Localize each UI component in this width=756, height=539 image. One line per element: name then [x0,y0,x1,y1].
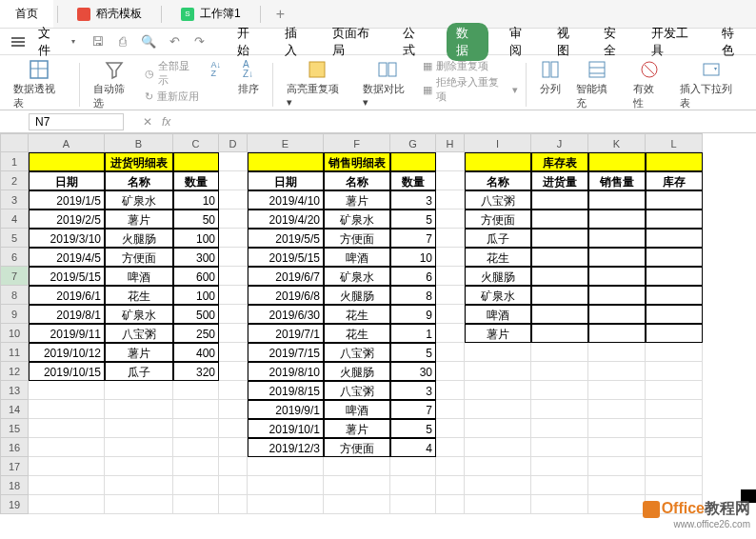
cell[interactable]: 2019/10/12 [29,343,105,362]
cell[interactable] [219,343,248,362]
cell[interactable] [219,400,248,419]
row-header[interactable]: 7 [0,267,29,286]
cell[interactable] [436,438,465,457]
cell[interactable]: 名称 [324,171,390,190]
cell[interactable]: 2019/4/10 [248,190,324,210]
cell[interactable] [436,343,465,362]
tab-view[interactable]: 视图 [553,23,584,61]
cell[interactable] [588,152,646,171]
row-header[interactable]: 14 [0,400,29,419]
redo-icon[interactable]: ↷ [189,34,211,49]
cell[interactable] [248,495,324,514]
cell[interactable] [646,229,703,248]
cell[interactable] [531,381,588,400]
cell[interactable]: 6 [390,267,436,286]
cell[interactable] [531,305,588,324]
split-button[interactable]: 分列 [534,59,567,96]
cell[interactable] [219,267,248,286]
cell[interactable] [531,210,588,229]
cell[interactable]: 矿泉水 [324,210,390,229]
cell[interactable] [29,495,105,514]
cell[interactable] [646,476,703,495]
tab-layout[interactable]: 页面布局 [328,23,382,61]
cell[interactable] [531,267,588,286]
cell[interactable]: 5 [390,343,436,362]
cell[interactable] [436,495,465,514]
tab-start[interactable]: 开始 [233,23,264,61]
highlight-dup-button[interactable]: 高亮重复项 ▾ [281,59,353,109]
cell[interactable] [646,190,703,210]
cell[interactable] [646,286,703,305]
cell[interactable]: 3 [390,190,436,210]
cell[interactable] [324,495,390,514]
cell[interactable] [531,476,588,495]
cell[interactable] [324,476,390,495]
cell[interactable] [29,400,105,419]
cell[interactable]: 火腿肠 [324,286,390,305]
select-all-corner[interactable] [0,133,29,152]
cell[interactable]: 方便面 [105,248,173,267]
cell[interactable] [105,476,173,495]
cell[interactable]: 薯片 [324,419,390,438]
cell[interactable]: 火腿肠 [465,267,531,286]
cell[interactable] [436,381,465,400]
cell[interactable] [588,419,646,438]
cell[interactable]: 火腿肠 [324,362,390,381]
cell[interactable] [531,419,588,438]
row-header[interactable]: 13 [0,381,29,400]
cell[interactable] [105,400,173,419]
tab-security[interactable]: 安全 [600,23,630,61]
grid[interactable]: 进货明细表销售明细表库存表日期名称数量日期名称数量名称进货量销售量库存2019/… [29,152,703,514]
cell[interactable] [248,457,324,476]
cell[interactable] [219,324,248,343]
cell[interactable] [219,210,248,229]
cell[interactable] [588,362,646,381]
file-menu[interactable]: 文件 [32,25,68,59]
save-icon[interactable]: 🖫 [87,34,109,49]
cell[interactable]: 库存 [646,171,703,190]
col-header[interactable]: I [465,133,531,152]
col-header[interactable]: J [531,133,588,152]
delete-dup-button[interactable]: ▦删除重复项 [423,59,519,73]
tab-template[interactable]: 稻壳模板 [62,0,157,28]
cell[interactable]: 2019/8/10 [248,362,324,381]
row-header[interactable]: 2 [0,171,29,190]
cell[interactable]: 日期 [29,171,105,190]
cell[interactable] [465,419,531,438]
row-header[interactable]: 1 [0,152,29,171]
cell[interactable] [248,152,324,171]
cell[interactable]: 2019/6/7 [248,267,324,286]
cell[interactable]: 花生 [324,305,390,324]
cell[interactable] [588,495,646,514]
cell[interactable] [531,248,588,267]
cell[interactable]: 数量 [173,171,219,190]
cell[interactable] [465,400,531,419]
col-header[interactable]: D [219,133,248,152]
cell[interactable]: 花生 [465,248,531,267]
cell[interactable] [173,381,219,400]
menu-icon[interactable] [8,33,29,50]
cell[interactable] [436,210,465,229]
cell[interactable] [646,438,703,457]
cell[interactable] [531,286,588,305]
cell[interactable] [436,152,465,171]
cell[interactable]: 500 [173,305,219,324]
cell[interactable] [173,438,219,457]
cell[interactable] [29,152,105,171]
cell[interactable]: 600 [173,267,219,286]
cell[interactable]: 矿泉水 [105,305,173,324]
cell[interactable] [436,286,465,305]
cell[interactable] [588,305,646,324]
cell[interactable]: 3 [390,381,436,400]
cell[interactable]: 花生 [324,324,390,343]
cell[interactable] [105,495,173,514]
cell[interactable] [436,190,465,210]
add-tab-button[interactable]: + [265,6,296,23]
cell[interactable]: 进货量 [531,171,588,190]
reject-dup-button[interactable]: ▦拒绝录入重复项 ▾ [423,75,519,104]
col-header[interactable]: B [105,133,173,152]
row-header[interactable]: 10 [0,324,29,343]
row-header[interactable]: 6 [0,248,29,267]
cell[interactable] [29,419,105,438]
cell[interactable] [436,229,465,248]
